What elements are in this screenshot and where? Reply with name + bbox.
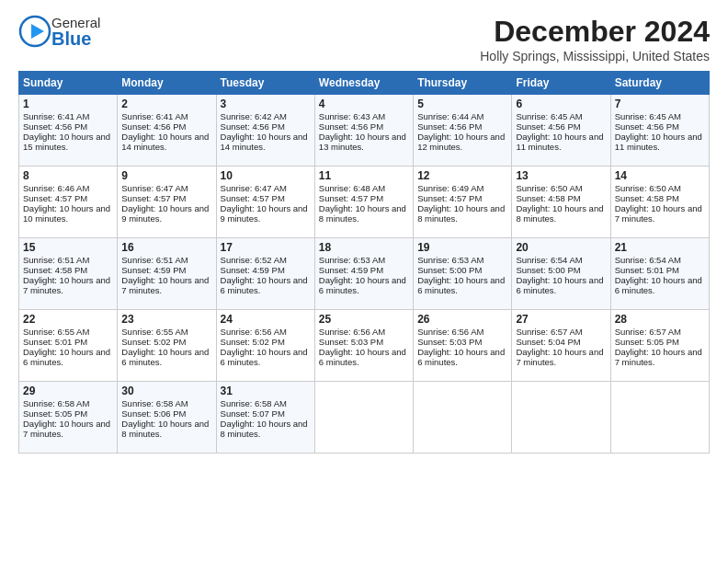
sunrise: Sunrise: 6:49 AM	[417, 183, 483, 193]
logo-blue-text: Blue	[51, 29, 100, 48]
col-wednesday: Wednesday	[314, 72, 413, 95]
daylight: Daylight: 10 hours and 7 minutes.	[23, 419, 110, 439]
sunrise: Sunrise: 6:43 AM	[319, 111, 385, 121]
calendar-cell: 3Sunrise: 6:42 AMSunset: 4:56 PMDaylight…	[216, 95, 314, 167]
calendar-cell	[414, 382, 512, 454]
daylight: Daylight: 10 hours and 14 minutes.	[121, 132, 209, 152]
calendar-table: Sunday Monday Tuesday Wednesday Thursday…	[18, 71, 710, 454]
calendar-week-row: 8Sunrise: 6:46 AMSunset: 4:57 PMDaylight…	[19, 167, 710, 238]
calendar-cell: 10Sunrise: 6:47 AMSunset: 4:57 PMDayligh…	[216, 167, 314, 238]
sunrise: Sunrise: 6:41 AM	[23, 111, 89, 121]
sunrise: Sunrise: 6:51 AM	[121, 255, 188, 265]
daylight: Daylight: 10 hours and 11 minutes.	[615, 132, 702, 152]
sunset: Sunset: 5:03 PM	[417, 337, 482, 347]
sunrise: Sunrise: 6:56 AM	[319, 327, 385, 337]
svg-marker-1	[31, 24, 44, 39]
header: General Blue December 2024 Holly Springs…	[18, 15, 710, 63]
calendar-cell	[610, 382, 709, 454]
logo-name: General Blue	[51, 16, 100, 48]
day-number: 24	[221, 313, 311, 326]
sunset: Sunset: 4:56 PM	[615, 121, 679, 132]
sunrise: Sunrise: 6:54 AM	[516, 255, 582, 265]
daylight: Daylight: 10 hours and 7 minutes.	[516, 347, 603, 367]
calendar-body: 1Sunrise: 6:41 AMSunset: 4:56 PMDaylight…	[19, 95, 710, 454]
calendar-cell: 17Sunrise: 6:52 AMSunset: 4:59 PMDayligh…	[216, 238, 314, 310]
calendar-cell: 24Sunrise: 6:56 AMSunset: 5:02 PMDayligh…	[216, 310, 314, 382]
calendar-cell: 18Sunrise: 6:53 AMSunset: 4:59 PMDayligh…	[314, 238, 413, 310]
location: Holly Springs, Mississippi, United State…	[480, 49, 710, 63]
sunset: Sunset: 5:00 PM	[516, 265, 580, 275]
calendar-cell: 31Sunrise: 6:58 AMSunset: 5:07 PMDayligh…	[216, 382, 314, 454]
day-number: 9	[121, 169, 211, 182]
sunrise: Sunrise: 6:56 AM	[417, 327, 483, 337]
daylight: Daylight: 10 hours and 6 minutes.	[221, 347, 308, 367]
daylight: Daylight: 10 hours and 7 minutes.	[615, 347, 702, 367]
sunrise: Sunrise: 6:44 AM	[417, 111, 483, 121]
day-number: 28	[615, 313, 705, 326]
sunset: Sunset: 4:56 PM	[516, 121, 580, 132]
sunrise: Sunrise: 6:51 AM	[23, 255, 89, 265]
sunset: Sunset: 4:56 PM	[221, 121, 285, 132]
sunrise: Sunrise: 6:54 AM	[615, 255, 681, 265]
calendar-cell: 1Sunrise: 6:41 AMSunset: 4:56 PMDaylight…	[19, 95, 118, 167]
calendar-cell: 14Sunrise: 6:50 AMSunset: 4:58 PMDayligh…	[610, 167, 709, 238]
sunset: Sunset: 4:58 PM	[23, 265, 87, 275]
daylight: Daylight: 10 hours and 6 minutes.	[615, 275, 702, 295]
daylight: Daylight: 10 hours and 10 minutes.	[23, 203, 110, 224]
header-row: Sunday Monday Tuesday Wednesday Thursday…	[19, 72, 710, 95]
sunset: Sunset: 4:56 PM	[319, 121, 383, 132]
calendar-cell: 20Sunrise: 6:54 AMSunset: 5:00 PMDayligh…	[512, 238, 610, 310]
day-number: 15	[23, 241, 113, 254]
day-number: 31	[221, 385, 311, 397]
day-number: 26	[417, 313, 507, 326]
calendar-cell: 13Sunrise: 6:50 AMSunset: 4:58 PMDayligh…	[512, 167, 610, 238]
sunset: Sunset: 5:02 PM	[121, 337, 186, 347]
calendar-cell: 7Sunrise: 6:45 AMSunset: 4:56 PMDaylight…	[610, 95, 709, 167]
sunrise: Sunrise: 6:55 AM	[121, 327, 188, 337]
calendar-cell: 12Sunrise: 6:49 AMSunset: 4:57 PMDayligh…	[414, 167, 512, 238]
col-tuesday: Tuesday	[216, 72, 314, 95]
daylight: Daylight: 10 hours and 6 minutes.	[417, 347, 505, 367]
sunrise: Sunrise: 6:55 AM	[23, 327, 89, 337]
sunrise: Sunrise: 6:46 AM	[23, 183, 89, 193]
daylight: Daylight: 10 hours and 9 minutes.	[121, 203, 209, 224]
day-number: 14	[615, 169, 705, 182]
sunset: Sunset: 4:59 PM	[319, 265, 383, 275]
calendar-cell: 5Sunrise: 6:44 AMSunset: 4:56 PMDaylight…	[414, 95, 512, 167]
sunset: Sunset: 4:58 PM	[516, 193, 580, 203]
day-number: 22	[23, 313, 113, 326]
daylight: Daylight: 10 hours and 8 minutes.	[319, 203, 406, 224]
sunset: Sunset: 4:57 PM	[221, 193, 285, 203]
sunrise: Sunrise: 6:42 AM	[221, 111, 287, 121]
sunset: Sunset: 4:57 PM	[319, 193, 383, 203]
sunset: Sunset: 5:05 PM	[23, 408, 87, 419]
calendar-cell: 30Sunrise: 6:58 AMSunset: 5:06 PMDayligh…	[118, 382, 216, 454]
day-number: 3	[221, 98, 311, 110]
calendar-cell: 16Sunrise: 6:51 AMSunset: 4:59 PMDayligh…	[118, 238, 216, 310]
day-number: 23	[121, 313, 211, 326]
day-number: 4	[319, 98, 409, 110]
calendar-cell: 9Sunrise: 6:47 AMSunset: 4:57 PMDaylight…	[118, 167, 216, 238]
page-container: General Blue December 2024 Holly Springs…	[0, 0, 728, 463]
day-number: 29	[23, 385, 113, 397]
daylight: Daylight: 10 hours and 6 minutes.	[23, 347, 110, 367]
calendar-cell: 26Sunrise: 6:56 AMSunset: 5:03 PMDayligh…	[414, 310, 512, 382]
sunset: Sunset: 5:05 PM	[615, 337, 679, 347]
day-number: 25	[319, 313, 409, 326]
calendar-cell: 21Sunrise: 6:54 AMSunset: 5:01 PMDayligh…	[610, 238, 709, 310]
sunrise: Sunrise: 6:56 AM	[221, 327, 287, 337]
sunset: Sunset: 5:01 PM	[615, 265, 679, 275]
daylight: Daylight: 10 hours and 6 minutes.	[319, 275, 406, 295]
calendar-cell: 4Sunrise: 6:43 AMSunset: 4:56 PMDaylight…	[314, 95, 413, 167]
daylight: Daylight: 10 hours and 9 minutes.	[221, 203, 308, 224]
daylight: Daylight: 10 hours and 8 minutes.	[417, 203, 505, 224]
sunset: Sunset: 4:59 PM	[221, 265, 285, 275]
day-number: 30	[121, 385, 211, 397]
day-number: 20	[516, 241, 606, 254]
sunrise: Sunrise: 6:50 AM	[615, 183, 681, 193]
sunrise: Sunrise: 6:53 AM	[417, 255, 483, 265]
sunrise: Sunrise: 6:52 AM	[221, 255, 287, 265]
calendar-cell	[314, 382, 413, 454]
calendar-cell: 27Sunrise: 6:57 AMSunset: 5:04 PMDayligh…	[512, 310, 610, 382]
daylight: Daylight: 10 hours and 15 minutes.	[23, 132, 110, 152]
